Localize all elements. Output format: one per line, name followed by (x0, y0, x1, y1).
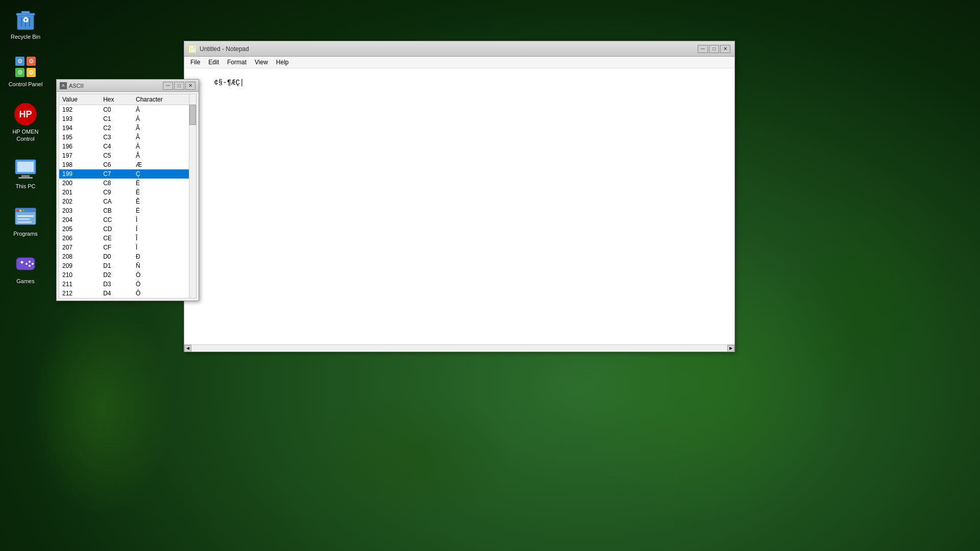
menu-help[interactable]: Help (272, 58, 293, 67)
ascii-cell-hex: CC (100, 215, 133, 224)
ascii-window-controls: ─ □ ✕ (163, 82, 195, 90)
ascii-table-row[interactable]: 205CDÍ (59, 224, 196, 234)
ascii-window: A ASCII ─ □ ✕ Value Hex Character 192 (56, 79, 199, 301)
notepad-maximize-button[interactable]: □ (709, 45, 719, 53)
notepad-horizontal-scrollbar[interactable]: ◀ ▶ (184, 344, 734, 352)
notepad-minimize-button[interactable]: ─ (698, 45, 708, 53)
control-panel-icon[interactable]: ⚙ ⚙ ⚙ ⚙ Control Panel (5, 53, 46, 90)
col-character[interactable]: Character (133, 94, 196, 105)
ascii-cell-hex: D3 (100, 280, 133, 289)
svg-text:HP: HP (19, 109, 32, 119)
ascii-cell-value: 211 (59, 280, 100, 289)
svg-rect-20 (18, 177, 33, 179)
notepad-close-button[interactable]: ✕ (720, 45, 730, 53)
scroll-right-button[interactable]: ▶ (727, 345, 734, 352)
programs-icon[interactable]: Programs (5, 202, 46, 239)
ascii-scrollbar[interactable] (189, 94, 196, 298)
menu-view[interactable]: View (251, 58, 272, 67)
notepad-content-area[interactable]: ¢§-¶ÆÇ (184, 68, 734, 344)
ascii-cell-char: Î (133, 234, 196, 243)
ascii-cell-char: À (133, 105, 196, 115)
recycle-bin-label: Recycle Bin (11, 34, 40, 40)
ascii-table-row[interactable]: 209D1Ñ (59, 261, 196, 270)
hp-omen-svg: HP (13, 102, 38, 127)
control-panel-image: ⚙ ⚙ ⚙ ⚙ (13, 55, 38, 79)
ascii-cell-char: Ï (133, 243, 196, 252)
ascii-cell-char: Ê (133, 197, 196, 206)
ascii-cell-value: 203 (59, 206, 100, 215)
notepad-titlebar[interactable]: 📄 Untitled - Notepad ─ □ ✕ (184, 41, 734, 57)
ascii-table-row[interactable]: 204CCÌ (59, 215, 196, 224)
ascii-cell-char: Ë (133, 206, 196, 215)
ascii-cell-value: 206 (59, 234, 100, 243)
svg-point-32 (29, 261, 31, 263)
games-icon[interactable]: Games (5, 249, 46, 287)
ascii-table-row[interactable]: 203CBË (59, 206, 196, 215)
this-pc-svg (13, 157, 38, 181)
ascii-close-button[interactable]: ✕ (185, 82, 195, 90)
ascii-table-row[interactable]: 207CFÏ (59, 243, 196, 252)
recycle-bin-icon[interactable]: ♻ Recycle Bin (5, 5, 46, 42)
col-value[interactable]: Value (59, 94, 100, 105)
ascii-cell-char: Æ (133, 160, 196, 169)
ascii-table-container: Value Hex Character 192C0À193C1Á194C2Â19… (59, 94, 197, 298)
programs-svg (13, 204, 38, 229)
ascii-table-row[interactable]: 201C9É (59, 188, 196, 197)
ascii-cell-hex: C6 (100, 160, 133, 169)
ascii-table-row[interactable]: 199C7Ç (59, 169, 196, 179)
menu-file[interactable]: File (186, 58, 204, 67)
ascii-cell-hex: CE (100, 234, 133, 243)
svg-rect-26 (17, 215, 34, 217)
ascii-cell-char: Ò (133, 270, 196, 280)
games-label: Games (16, 278, 34, 285)
scroll-left-button[interactable]: ◀ (184, 345, 191, 352)
hp-omen-icon[interactable]: HP HP OMENControl (5, 100, 46, 144)
ascii-table-row[interactable]: 193C1Á (59, 114, 196, 123)
ascii-table-row[interactable]: 208D0Ð (59, 252, 196, 261)
ascii-cell-char: Â (133, 123, 196, 133)
ascii-cell-hex: CF (100, 243, 133, 252)
col-hex[interactable]: Hex (100, 94, 133, 105)
ascii-table-row[interactable]: 196C4Ä (59, 142, 196, 151)
control-panel-label: Control Panel (9, 81, 43, 88)
ascii-cell-char: Å (133, 151, 196, 160)
svg-point-35 (26, 263, 28, 265)
ascii-cell-char: È (133, 179, 196, 188)
ascii-cell-char: Ì (133, 215, 196, 224)
scroll-track[interactable] (191, 345, 727, 352)
ascii-scrollbar-thumb[interactable] (189, 105, 196, 125)
ascii-table-row[interactable]: 192C0À (59, 105, 196, 115)
ascii-table-row[interactable]: 197C5Å (59, 151, 196, 160)
menu-format[interactable]: Format (223, 58, 251, 67)
svg-rect-31 (21, 261, 22, 264)
programs-label: Programs (13, 231, 38, 237)
ascii-maximize-button[interactable]: □ (174, 82, 184, 90)
svg-rect-18 (17, 162, 34, 172)
ascii-cell-char: Á (133, 114, 196, 123)
ascii-cell-char: Ô (133, 289, 196, 298)
ascii-cell-char: É (133, 188, 196, 197)
this-pc-icon[interactable]: This PC (5, 155, 46, 192)
ascii-table-row[interactable]: 198C6Æ (59, 160, 196, 169)
ascii-cell-value: 209 (59, 261, 100, 270)
hp-omen-label: HP OMENControl (12, 129, 38, 142)
ascii-minimize-button[interactable]: ─ (163, 82, 173, 90)
ascii-table-row[interactable]: 210D2Ò (59, 270, 196, 280)
ascii-cell-value: 212 (59, 289, 100, 298)
ascii-titlebar[interactable]: A ASCII ─ □ ✕ (57, 80, 199, 92)
ascii-cell-value: 193 (59, 114, 100, 123)
ascii-table-row[interactable]: 206CEÎ (59, 234, 196, 243)
ascii-table-row[interactable]: 195C3Ã (59, 133, 196, 142)
ascii-cell-value: 205 (59, 224, 100, 234)
ascii-table-row[interactable]: 194C2Â (59, 123, 196, 133)
ascii-table-row[interactable]: 200C8È (59, 179, 196, 188)
ascii-cell-hex: C3 (100, 133, 133, 142)
ascii-table-row[interactable]: 211D3Ó (59, 280, 196, 289)
ascii-cell-char: Ç (133, 169, 196, 179)
notepad-menubar: File Edit Format View Help (184, 57, 734, 68)
svg-rect-23 (16, 210, 18, 212)
svg-rect-19 (21, 175, 30, 177)
menu-edit[interactable]: Edit (204, 58, 223, 67)
ascii-table-row[interactable]: 202CAÊ (59, 197, 196, 206)
ascii-table-row[interactable]: 212D4Ô (59, 289, 196, 298)
